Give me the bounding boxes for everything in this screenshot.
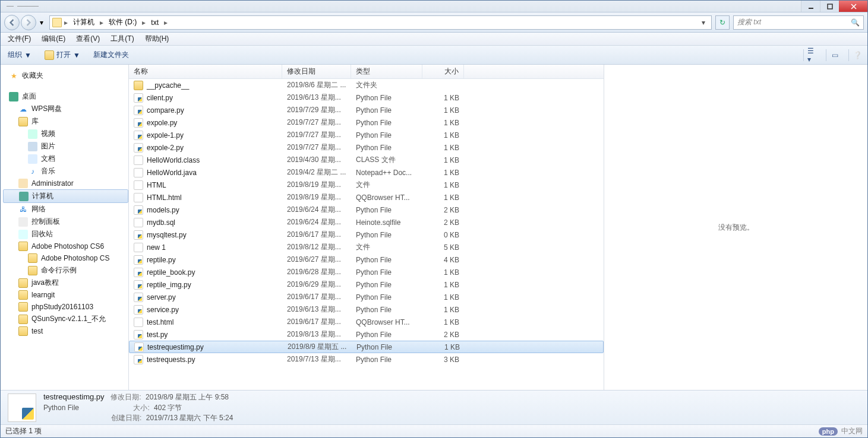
search-icon[interactable]: 🔍 [851, 18, 860, 27]
col-size[interactable]: 大小 [422, 65, 464, 78]
col-name[interactable]: 名称 [129, 65, 282, 78]
view-mode-button[interactable]: ☰ ▾ [803, 49, 818, 61]
breadcrumb-sep[interactable]: ▸ [63, 18, 69, 27]
forward-button[interactable] [21, 15, 36, 30]
navigation-pane[interactable]: ★收藏夹 桌面 ☁WPS网盘 库 视频 图片 文档 ♪音乐 Administra… [1, 65, 129, 390]
file-row[interactable]: test.py2019/8/13 星期...Python File2 KB [129, 328, 604, 341]
file-row[interactable]: testrequests.py2019/7/13 星期...Python Fil… [129, 353, 604, 366]
nav-learngit[interactable]: learngit [3, 289, 128, 301]
nav-desktop[interactable]: 桌面 [3, 90, 128, 103]
file-row[interactable]: reptile.py2019/6/27 星期...Python File4 KB [129, 253, 604, 266]
breadcrumb-computer[interactable]: 计算机 [70, 16, 97, 29]
col-date[interactable]: 修改日期 [282, 65, 351, 78]
file-icon [134, 155, 143, 165]
menu-file[interactable]: 文件(F) [3, 33, 36, 45]
help-button[interactable]: ❔ [848, 49, 863, 61]
address-dropdown[interactable]: ▾ [698, 18, 709, 27]
file-row[interactable]: reptile_book.py2019/6/28 星期...Python Fil… [129, 266, 604, 278]
breadcrumb-bar[interactable]: ▸ 计算机 ▸ 软件 (D:) ▸ txt ▸ ▾ [49, 15, 712, 30]
nav-computer[interactable]: 计算机 [3, 189, 128, 203]
file-row[interactable]: HTML2019/8/19 星期...文件1 KB [129, 179, 604, 191]
menu-help[interactable]: 帮助(H) [140, 33, 174, 45]
nav-documents[interactable]: 文档 [3, 153, 128, 165]
file-type: 文件 [351, 180, 422, 190]
close-button[interactable] [839, 1, 867, 12]
new-folder-button[interactable]: 新建文件夹 [91, 49, 131, 61]
file-size: 1 KB [422, 119, 464, 127]
nav-libraries[interactable]: 库 [3, 115, 128, 128]
file-row[interactable]: compare.py2019/7/29 星期...Python File1 KB [129, 104, 604, 116]
file-row[interactable]: expole-1.py2019/7/27 星期...Python File1 K… [129, 129, 604, 141]
py-icon [134, 342, 144, 352]
file-size: 0 KB [422, 231, 464, 239]
file-row[interactable]: expole-2.py2019/7/27 星期...Python File1 K… [129, 141, 604, 154]
details-mdate: 2019/8/9 星期五 上午 9:58 [146, 393, 229, 401]
file-type: Python File [351, 144, 422, 152]
file-row[interactable]: mysqltest.py2019/6/17 星期...Python File0 … [129, 228, 604, 241]
file-row[interactable]: HelloWorld.class2019/4/30 星期...CLASS 文件1… [129, 154, 604, 166]
breadcrumb-folder[interactable]: txt [148, 16, 162, 29]
organize-button[interactable]: 组织 ▼ [5, 49, 34, 61]
nav-videos[interactable]: 视频 [3, 128, 128, 140]
nav-cmd[interactable]: 命令行示例 [3, 264, 128, 277]
file-row[interactable]: cilent.py2019/6/13 星期...Python File1 KB [129, 91, 604, 104]
nav-wps[interactable]: ☁WPS网盘 [3, 103, 128, 115]
search-box[interactable]: 搜索 txt 🔍 [733, 15, 864, 30]
controlpanel-icon [18, 217, 28, 227]
file-name: expole-2.py [147, 144, 184, 152]
nav-favorites[interactable]: ★收藏夹 [3, 69, 128, 82]
file-type: Python File [351, 356, 422, 364]
breadcrumb-drive[interactable]: 软件 (D:) [106, 16, 140, 29]
maximize-button[interactable] [820, 1, 839, 12]
file-row[interactable]: __pycache__2019/8/6 星期二 ...文件夹 [129, 79, 604, 91]
breadcrumb-sep[interactable]: ▸ [163, 18, 169, 27]
file-type: 文件夹 [351, 80, 422, 90]
file-row[interactable]: new 12019/8/12 星期...文件5 KB [129, 241, 604, 253]
nav-user[interactable]: Administrator [3, 177, 128, 189]
file-row[interactable]: HelloWorld.java2019/4/2 星期二 ...Notepad++… [129, 166, 604, 179]
menu-edit[interactable]: 编辑(E) [37, 33, 70, 45]
file-date: 2019/7/13 星期... [282, 354, 351, 364]
nav-phpstudy[interactable]: phpStudy20161103 [3, 301, 128, 313]
file-row[interactable]: service.py2019/6/13 星期...Python File1 KB [129, 303, 604, 316]
nav-recycle[interactable]: 回收站 [3, 228, 128, 240]
file-date: 2019/8/6 星期二 ... [282, 80, 351, 90]
back-button[interactable] [4, 15, 20, 30]
refresh-button[interactable]: ↻ [715, 15, 730, 30]
file-size: 1 KB [422, 169, 464, 177]
nav-music[interactable]: ♪音乐 [3, 165, 128, 177]
file-date: 2019/6/17 星期... [282, 230, 351, 240]
file-row[interactable]: models.py2019/6/24 星期...Python File2 KB [129, 204, 604, 216]
file-row[interactable]: reptile_img.py2019/6/29 星期...Python File… [129, 278, 604, 291]
nav-test[interactable]: test [3, 325, 128, 337]
history-dropdown[interactable]: ▾ [37, 15, 46, 30]
nav-pictures[interactable]: 图片 [3, 140, 128, 153]
breadcrumb-sep[interactable]: ▸ [141, 18, 147, 27]
file-name: cilent.py [147, 94, 173, 102]
nav-ps[interactable]: Adobe Photoshop CS6 [3, 240, 128, 252]
nav-network[interactable]: 🖧网络 [3, 203, 128, 215]
nav-controlpanel[interactable]: 控制面板 [3, 215, 128, 228]
menu-tools[interactable]: 工具(T) [106, 33, 138, 45]
content-area: 名称 修改日期 类型 大小 __pycache__2019/8/6 星期二 ..… [129, 65, 867, 390]
nav-qsun[interactable]: QSunSync-v2.1.1_不允 [3, 313, 128, 325]
file-row[interactable]: expole.py2019/7/27 星期...Python File1 KB [129, 116, 604, 129]
minimize-button[interactable] [801, 1, 820, 12]
file-rows[interactable]: __pycache__2019/8/6 星期二 ...文件夹cilent.py2… [129, 79, 604, 390]
nav-java[interactable]: java教程 [3, 277, 128, 289]
open-button[interactable]: 打开 ▼ [42, 49, 83, 61]
file-name: HTML.html [147, 193, 182, 202]
file-row[interactable]: mydb.sql2019/6/24 星期...Heinote.sqlfile2 … [129, 216, 604, 228]
col-type[interactable]: 类型 [351, 65, 422, 78]
file-row[interactable]: test.html2019/6/17 星期...QQBrowser HT...1… [129, 316, 604, 328]
file-date: 2019/7/29 星期... [282, 105, 351, 115]
details-cdate-label: 创建日期: [111, 413, 144, 423]
nav-ps2[interactable]: Adobe Photoshop CS [3, 252, 128, 264]
preview-pane-button[interactable]: ▭ [826, 49, 840, 61]
breadcrumb-sep[interactable]: ▸ [99, 18, 105, 27]
menu-view[interactable]: 查看(V) [71, 33, 105, 45]
file-row[interactable]: testrequestimg.py2019/8/9 星期五 ...Python … [129, 341, 604, 353]
file-row[interactable]: HTML.html2019/8/19 星期...QQBrowser HT...1… [129, 191, 604, 204]
file-row[interactable]: server.py2019/6/17 星期...Python File1 KB [129, 291, 604, 303]
py-icon [134, 293, 143, 302]
